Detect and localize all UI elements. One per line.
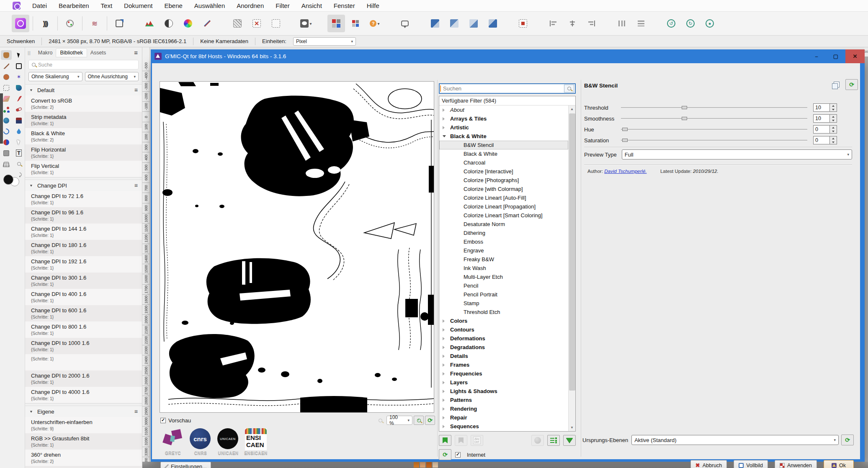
- blur-tool[interactable]: [13, 126, 24, 136]
- align-left-button[interactable]: [544, 15, 562, 32]
- expand-collapse-button[interactable]: [563, 435, 576, 446]
- tree-expander-icon[interactable]: [443, 425, 450, 428]
- filter-tree-row[interactable]: Colorize [Interactive]: [439, 167, 568, 176]
- filter-search-input[interactable]: Suchen: [439, 83, 576, 94]
- macro-item[interactable]: {Schritte: 1}: [25, 354, 142, 370]
- macro-item[interactable]: Change DPI to 600 1.6 {Schritte: 1}: [25, 305, 142, 321]
- filter-tree-row[interactable]: Black & White: [439, 132, 568, 141]
- rotate-cw-button[interactable]: ↻: [682, 15, 699, 32]
- scrollbar-thumb[interactable]: [569, 113, 575, 391]
- hue-value[interactable]: 0: [813, 125, 830, 134]
- section-header[interactable]: ▼ Default ≡: [25, 85, 142, 95]
- apply-button[interactable]: Anwenden: [775, 460, 817, 468]
- threshold-value[interactable]: 10: [813, 103, 830, 112]
- hue-slider[interactable]: [621, 129, 807, 130]
- taskbar-tile[interactable]: [414, 462, 419, 468]
- dock-grip[interactable]: [0, 93, 3, 144]
- spin-up-icon[interactable]: [830, 136, 837, 140]
- copy-command-button[interactable]: [830, 79, 843, 90]
- filter-tree-row[interactable]: Lights & Shadows: [439, 387, 568, 396]
- zoom-level-select[interactable]: 100 % ▾: [386, 416, 412, 425]
- stamp-tool[interactable]: [13, 116, 24, 125]
- threshold-spinner[interactable]: [830, 103, 837, 112]
- menu-item[interactable]: Hilfe: [361, 2, 385, 9]
- order-backward-button[interactable]: [465, 15, 482, 32]
- snapping-toggle-button[interactable]: [327, 15, 345, 32]
- filter-tree-row[interactable]: Arrays & Tiles: [439, 114, 568, 123]
- filter-tree-row[interactable]: Colorize Lineart [Auto-Fill]: [439, 193, 568, 202]
- units-select[interactable]: Pixel ▾: [293, 37, 356, 46]
- settings-button[interactable]: Einstellungen...: [160, 462, 211, 468]
- taskbar-tile[interactable]: [426, 462, 432, 468]
- zoom-out-button[interactable]: [375, 416, 385, 425]
- tree-expander-icon[interactable]: [443, 319, 450, 323]
- swap-colors-icon[interactable]: ⤸: [19, 172, 22, 177]
- fullscreen-button[interactable]: Vollbild: [734, 460, 768, 468]
- close-button[interactable]: ✕: [845, 49, 865, 63]
- section-menu-icon[interactable]: ≡: [134, 87, 138, 93]
- filter-tree-row[interactable]: Frames: [439, 360, 568, 369]
- blemish-tool[interactable]: [13, 105, 24, 114]
- reset-parameters-button[interactable]: ⟳: [845, 79, 858, 90]
- spin-down-icon[interactable]: [830, 108, 837, 111]
- macro-item[interactable]: Change DPI to 2000 1.6 {Schritte: 1}: [25, 370, 142, 387]
- hue-spinner[interactable]: [830, 125, 837, 134]
- menu-item[interactable]: Filter: [270, 2, 295, 9]
- macro-item[interactable]: Convert to sRGB {Schritte: 2}: [25, 95, 142, 112]
- spin-down-icon[interactable]: [830, 118, 837, 122]
- macro-item[interactable]: Change DPI to 192 1.6 {Schritte: 1}: [25, 256, 142, 273]
- filter-selection-mode-button[interactable]: [547, 435, 560, 446]
- section-menu-icon[interactable]: ≡: [134, 182, 138, 189]
- filter-tree-row[interactable]: Colorize Lineart [Propagation]: [439, 202, 568, 211]
- saturation-spinner[interactable]: [830, 136, 837, 144]
- taskbar-tile[interactable]: [433, 462, 438, 468]
- filter-preview[interactable]: [160, 81, 434, 413]
- filter-tree-row[interactable]: Layers: [439, 378, 568, 387]
- color-picker-tool[interactable]: [1, 61, 12, 71]
- saturation-slider[interactable]: [621, 140, 807, 141]
- spin-down-icon[interactable]: [830, 140, 837, 144]
- order-to-back-button[interactable]: [484, 15, 502, 32]
- reset-zoom-button[interactable]: ⟳: [425, 416, 435, 425]
- macro-item[interactable]: Strip metadata {Schritte: 1}: [25, 112, 142, 128]
- scroll-up-icon[interactable]: ▲: [569, 105, 575, 113]
- slider-handle[interactable]: [622, 139, 628, 142]
- mask-layer-button[interactable]: ▾: [297, 15, 315, 32]
- spin-down-icon[interactable]: [830, 129, 837, 133]
- tree-expander-icon[interactable]: [443, 328, 450, 332]
- export-persona-button[interactable]: [111, 15, 128, 32]
- spin-up-icon[interactable]: [830, 104, 837, 108]
- internet-checkbox[interactable]: [455, 452, 461, 458]
- filter-tree-row[interactable]: Pencil: [439, 281, 568, 290]
- filter-tree-row[interactable]: Colorize Lineart [Smart Coloring]: [439, 211, 568, 220]
- zoom-tool[interactable]: [13, 159, 24, 169]
- reset-rotation-button[interactable]: ●: [701, 15, 719, 32]
- auto-colour-button[interactable]: [179, 15, 197, 32]
- filter-search-button[interactable]: [564, 85, 574, 93]
- minimize-button[interactable]: –: [807, 49, 826, 63]
- alignment-select[interactable]: Ohne Ausrichtung ▾: [85, 72, 139, 81]
- macro-item[interactable]: Black & White {Schritte: 2}: [25, 128, 142, 144]
- filter-tree-row[interactable]: Repair: [439, 413, 568, 422]
- filter-tree-row[interactable]: Black & White: [439, 149, 568, 158]
- filter-tree-row[interactable]: Colorize [with Colormap]: [439, 185, 568, 193]
- tree-expander-icon[interactable]: [443, 416, 450, 419]
- pixel-alignment-button[interactable]: [347, 15, 364, 32]
- distribute-vertical-button[interactable]: [632, 15, 650, 32]
- source-layers-select[interactable]: Aktive (Standard) ▾: [631, 435, 839, 445]
- menu-item[interactable]: Bearbeiten: [53, 2, 95, 9]
- cancel-button[interactable]: ✖Abbruch: [690, 460, 727, 468]
- tree-expander-icon[interactable]: [443, 126, 450, 129]
- tab-assets[interactable]: Assets: [87, 49, 110, 57]
- smoothness-slider[interactable]: [621, 118, 807, 119]
- order-to-front-button[interactable]: [426, 15, 444, 32]
- gmic-titlebar[interactable]: G'MIC-Qt for 8bf Hosts - Windows 64 bits…: [151, 49, 865, 63]
- tree-expander-icon[interactable]: [443, 399, 450, 402]
- macro-item[interactable]: Change DPI to 1000 1.6 {Schritte: 1}: [25, 338, 142, 354]
- tab-bibliothek[interactable]: Bibliothek: [56, 49, 86, 57]
- tone-mapping-persona-button[interactable]: ≋: [86, 15, 103, 32]
- panel-menu-icon[interactable]: ≡: [134, 49, 138, 56]
- section-header[interactable]: ▼ Eigene ≡: [25, 406, 142, 417]
- zoom-in-button[interactable]: [414, 416, 424, 425]
- menu-item[interactable]: Anordnen: [231, 2, 270, 9]
